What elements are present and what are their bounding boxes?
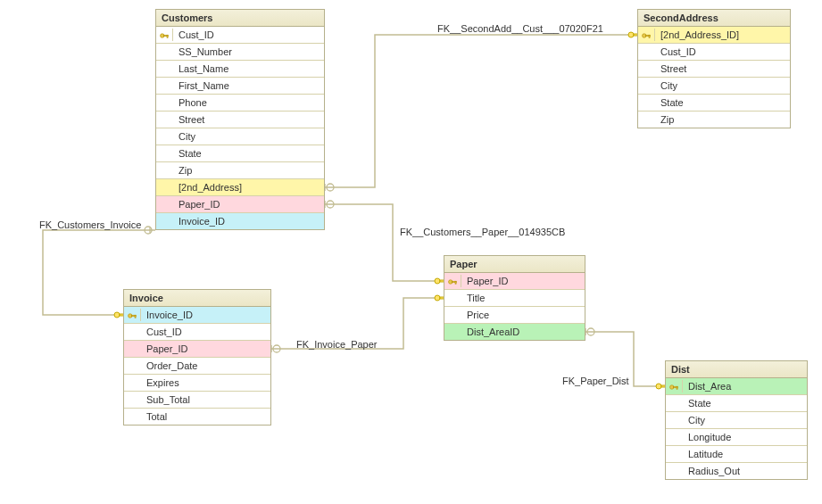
svg-point-2: [628, 32, 634, 37]
column-name: Invoice_ID: [173, 214, 324, 228]
column-name: State: [655, 95, 790, 110]
table-row[interactable]: Total: [124, 409, 270, 425]
fk-label-invoice-paper: FK_Invoice_Paper: [296, 339, 378, 350]
primary-key-icon: [127, 309, 137, 320]
table-row[interactable]: [2nd_Address_ID]: [638, 27, 790, 44]
column-name: State: [173, 146, 324, 161]
table-header[interactable]: SecondAddress: [638, 10, 790, 27]
primary-key-icon: [668, 380, 679, 392]
fk-label-customers-invoice: FK_Customers_Invoice: [39, 219, 141, 230]
svg-rect-21: [455, 281, 456, 284]
column-name: Radius_Out: [683, 464, 807, 478]
table-row[interactable]: City: [156, 128, 324, 145]
column-name: Paper_ID: [141, 342, 270, 356]
table-row[interactable]: Cust_ID: [638, 44, 790, 61]
table-row[interactable]: Order_Date: [124, 358, 270, 375]
column-name: Last_Name: [173, 62, 324, 76]
table-invoice[interactable]: InvoiceInvoice_IDCust_IDPaper_IDOrder_Da…: [123, 289, 271, 426]
table-row[interactable]: State: [638, 95, 790, 112]
column-name: Sub_Total: [141, 392, 270, 407]
table-row[interactable]: Price: [444, 307, 585, 324]
table-row[interactable]: Dist_Area: [666, 378, 807, 395]
column-name: First_Name: [173, 78, 324, 93]
table-dist[interactable]: DistDist_AreaStateCityLongitudeLatitudeR…: [665, 360, 808, 480]
table-row[interactable]: Paper_ID: [444, 273, 585, 290]
pk-cell: [444, 275, 461, 286]
table-row[interactable]: Paper_ID: [124, 341, 270, 358]
column-name: Zip: [173, 163, 324, 178]
table-row[interactable]: Street: [156, 112, 324, 128]
primary-key-icon: [447, 275, 458, 286]
table-row[interactable]: Sub_Total: [124, 392, 270, 409]
table-row[interactable]: Invoice_ID: [156, 213, 324, 229]
table-rows: Paper_IDTitlePriceDist_AreaID: [444, 273, 585, 340]
table-row[interactable]: Phone: [156, 95, 324, 112]
pk-cell: [124, 309, 141, 320]
table-row[interactable]: State: [666, 395, 807, 412]
table-rows: [2nd_Address_ID]Cust_IDStreetCityStateZi…: [638, 27, 790, 128]
column-name: Latitude: [683, 447, 807, 461]
pk-cell: [666, 380, 683, 392]
pk-cell: [638, 29, 655, 40]
table-row[interactable]: Dist_AreaID: [444, 324, 585, 340]
svg-point-10: [161, 33, 165, 37]
table-row[interactable]: City: [666, 412, 807, 429]
svg-rect-18: [135, 315, 136, 318]
column-name: Dist_Area: [683, 379, 807, 393]
column-name: Cust_ID: [141, 325, 270, 339]
column-name: Expires: [141, 376, 270, 390]
column-name: State: [683, 396, 807, 410]
column-name: [2nd_Address_ID]: [655, 28, 790, 42]
svg-point-8: [656, 384, 661, 389]
table-row[interactable]: Radius_Out: [666, 463, 807, 479]
svg-point-16: [129, 313, 133, 318]
table-row[interactable]: Zip: [156, 162, 324, 179]
table-header[interactable]: Paper: [444, 256, 585, 273]
table-row[interactable]: Zip: [638, 112, 790, 128]
pk-cell: [156, 29, 173, 40]
table-header[interactable]: Customers: [156, 10, 324, 27]
svg-point-6: [435, 295, 440, 301]
table-rows: Invoice_IDCust_IDPaper_IDOrder_DateExpir…: [124, 307, 270, 425]
table-row[interactable]: Latitude: [666, 446, 807, 463]
table-row[interactable]: City: [638, 78, 790, 95]
column-name: Dist_AreaID: [461, 325, 585, 339]
table-secondaddress[interactable]: SecondAddress[2nd_Address_ID]Cust_IDStre…: [637, 9, 791, 128]
table-paper[interactable]: PaperPaper_IDTitlePriceDist_AreaID: [444, 255, 585, 341]
table-header[interactable]: Invoice: [124, 290, 270, 307]
primary-key-icon: [159, 29, 170, 40]
fk-label-paper-dist: FK_Paper_Dist: [562, 376, 629, 386]
table-row[interactable]: Last_Name: [156, 61, 324, 78]
table-row[interactable]: SS_Number: [156, 44, 324, 61]
table-row[interactable]: First_Name: [156, 78, 324, 95]
svg-rect-24: [677, 386, 677, 389]
table-row[interactable]: [2nd_Address]: [156, 179, 324, 196]
svg-rect-15: [649, 35, 650, 37]
table-row[interactable]: State: [156, 145, 324, 162]
svg-rect-12: [167, 35, 168, 37]
table-row[interactable]: Longitude: [666, 429, 807, 446]
column-name: Price: [461, 308, 585, 322]
column-name: Order_Date: [141, 359, 270, 373]
table-row[interactable]: Cust_ID: [156, 27, 324, 44]
column-name: Paper_ID: [173, 197, 324, 211]
column-name: Zip: [655, 112, 790, 127]
table-header[interactable]: Dist: [666, 361, 807, 378]
fk-label-customers-paper: FK__Customers__Paper__014935CB: [400, 227, 565, 237]
column-name: Cust_ID: [173, 28, 324, 42]
table-row[interactable]: Invoice_ID: [124, 307, 270, 324]
column-name: Total: [141, 409, 270, 424]
column-name: Cust_ID: [655, 45, 790, 59]
column-name: City: [683, 413, 807, 427]
table-row[interactable]: Cust_ID: [124, 324, 270, 341]
column-name: Paper_ID: [461, 274, 585, 288]
table-row[interactable]: Street: [638, 61, 790, 78]
table-customers[interactable]: CustomersCust_IDSS_NumberLast_NameFirst_…: [155, 9, 325, 230]
table-rows: Dist_AreaStateCityLongitudeLatitudeRadiu…: [666, 378, 807, 479]
table-row[interactable]: Title: [444, 290, 585, 307]
table-row[interactable]: Paper_ID: [156, 196, 324, 213]
column-name: Longitude: [683, 430, 807, 444]
column-name: Street: [173, 112, 324, 127]
table-row[interactable]: Expires: [124, 375, 270, 392]
column-name: Street: [655, 62, 790, 76]
